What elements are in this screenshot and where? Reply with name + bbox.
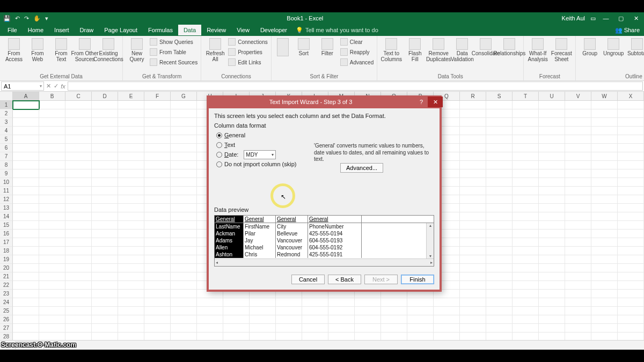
cell[interactable]	[118, 195, 144, 204]
cell[interactable]	[460, 281, 486, 290]
cell[interactable]	[460, 135, 486, 144]
cell[interactable]	[618, 221, 644, 230]
dialog-help-button[interactable]: ?	[415, 99, 428, 105]
cell[interactable]	[118, 127, 144, 135]
cell[interactable]	[381, 333, 407, 340]
advanced-button[interactable]: Advanced...	[340, 163, 383, 173]
cell[interactable]	[144, 290, 171, 298]
row-header[interactable]: 19	[0, 255, 13, 264]
edit-links-button[interactable]: Edit Links	[228, 57, 268, 67]
signed-in-user[interactable]: Keith Aul	[562, 15, 585, 21]
cell[interactable]	[39, 118, 65, 127]
column-header[interactable]: V	[565, 92, 591, 100]
cell[interactable]	[250, 298, 276, 307]
cell[interactable]	[618, 135, 644, 144]
cell[interactable]	[486, 272, 513, 281]
cell[interactable]	[591, 255, 618, 264]
cell[interactable]	[513, 101, 539, 109]
cell[interactable]	[355, 298, 381, 307]
cell[interactable]	[565, 195, 591, 204]
cell[interactable]	[144, 315, 171, 324]
cell[interactable]	[65, 221, 92, 230]
cell[interactable]	[144, 264, 171, 272]
cell[interactable]	[486, 247, 513, 255]
undo-icon[interactable]: ↶	[15, 15, 20, 22]
cell[interactable]	[118, 204, 144, 212]
cell[interactable]	[171, 109, 197, 118]
cell[interactable]	[118, 187, 144, 195]
cell[interactable]	[223, 315, 250, 324]
cell[interactable]	[355, 315, 381, 324]
cell[interactable]	[591, 152, 618, 161]
cell[interactable]	[513, 281, 539, 290]
cell[interactable]	[65, 255, 92, 264]
cell[interactable]	[513, 230, 539, 238]
cell[interactable]	[144, 101, 171, 109]
cell[interactable]	[39, 101, 65, 109]
cell[interactable]	[13, 101, 39, 109]
column-header[interactable]: A	[13, 92, 39, 100]
cell[interactable]	[539, 324, 565, 333]
cell[interactable]	[618, 298, 644, 307]
sort-button[interactable]: Sort	[293, 37, 314, 57]
row-header[interactable]: 2	[0, 109, 13, 118]
cell[interactable]	[539, 238, 565, 247]
cell[interactable]	[486, 238, 513, 247]
preview-vertical-scrollbar[interactable]	[426, 223, 434, 258]
cell[interactable]	[276, 307, 302, 315]
cell[interactable]	[39, 298, 65, 307]
cell[interactable]	[328, 333, 355, 340]
cell[interactable]	[591, 195, 618, 204]
row-header[interactable]: 23	[0, 290, 13, 298]
cell[interactable]	[171, 255, 197, 264]
cell[interactable]	[118, 298, 144, 307]
cell[interactable]	[65, 127, 92, 135]
cell[interactable]	[539, 152, 565, 161]
cancel-formula-icon[interactable]: ✕	[46, 83, 51, 90]
cell[interactable]	[144, 187, 171, 195]
cell[interactable]	[144, 204, 171, 212]
cell[interactable]	[302, 333, 328, 340]
cell[interactable]	[92, 247, 118, 255]
row-header[interactable]: 3	[0, 118, 13, 127]
cell[interactable]	[250, 333, 276, 340]
cell[interactable]	[565, 135, 591, 144]
cell[interactable]	[171, 135, 197, 144]
cell[interactable]	[13, 333, 39, 340]
cell[interactable]	[618, 315, 644, 324]
save-icon[interactable]: 💾	[3, 15, 11, 22]
cell[interactable]	[171, 152, 197, 161]
cell[interactable]	[539, 255, 565, 264]
column-header[interactable]: C	[65, 92, 92, 100]
cell[interactable]	[39, 144, 65, 152]
cell[interactable]	[250, 315, 276, 324]
cell[interactable]	[118, 109, 144, 118]
data-tools-button-1[interactable]: Flash Fill	[404, 37, 426, 62]
cell[interactable]	[302, 298, 328, 307]
cell[interactable]	[65, 187, 92, 195]
cell[interactable]	[171, 204, 197, 212]
cell[interactable]	[144, 118, 171, 127]
cell[interactable]	[486, 101, 513, 109]
cell[interactable]	[171, 212, 197, 221]
cell[interactable]	[144, 109, 171, 118]
get-external-button-2[interactable]: From Text	[50, 37, 72, 62]
cell[interactable]	[407, 315, 434, 324]
cell[interactable]	[565, 333, 591, 340]
row-header[interactable]: 12	[0, 195, 13, 204]
cell[interactable]	[539, 272, 565, 281]
cell[interactable]	[618, 238, 644, 247]
cell[interactable]	[39, 187, 65, 195]
cell[interactable]	[539, 290, 565, 298]
maximize-button[interactable]: ▢	[616, 15, 626, 22]
cell[interactable]	[302, 324, 328, 333]
cell[interactable]	[118, 144, 144, 152]
cell[interactable]	[197, 333, 223, 340]
cell[interactable]	[13, 307, 39, 315]
cell[interactable]	[92, 187, 118, 195]
cell[interactable]	[513, 178, 539, 187]
cell[interactable]	[539, 135, 565, 144]
data-tools-button-5[interactable]: Relationships	[499, 37, 520, 57]
cell[interactable]	[539, 118, 565, 127]
cell[interactable]	[565, 255, 591, 264]
